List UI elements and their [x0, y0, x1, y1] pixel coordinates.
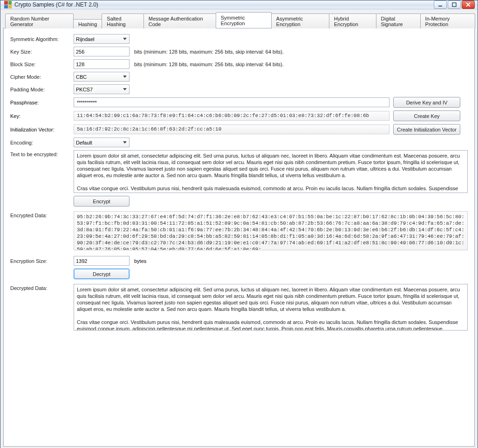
- app-window: Crypto Samples (C# for .NET 2.0) Random …: [0, 0, 478, 448]
- label-passphrase: Passphrase:: [10, 100, 74, 105]
- label-encrypted-data: Encrypted Data:: [10, 211, 74, 218]
- symmetric-algorithm-select[interactable]: [74, 34, 130, 44]
- label-encoding: Encoding:: [10, 140, 74, 145]
- passphrase-input[interactable]: [74, 97, 389, 107]
- tab-asymmetric-encryption[interactable]: Asymmetric Encryption: [271, 14, 329, 28]
- encrypt-button[interactable]: Encrypt: [74, 196, 130, 207]
- key-output: 11:64:54:b2:99:c1:6a:78:73:f8:e9:f1:64:c…: [74, 111, 389, 121]
- tab-hybrid-encryption[interactable]: Hybrid Encryption: [329, 14, 376, 28]
- window-buttons: [434, 0, 475, 9]
- maximize-icon: [452, 2, 457, 7]
- text-to-encrypt-textarea[interactable]: [74, 150, 468, 193]
- derive-key-iv-button[interactable]: Derive Key and IV: [393, 97, 460, 108]
- label-text-to-encrypt: Text to be encrypted:: [10, 150, 74, 157]
- tab-random-number-generator[interactable]: Random Number Generator: [5, 14, 74, 28]
- minimize-icon: [438, 2, 443, 7]
- label-decrypted-data: Decrypted Data:: [10, 284, 74, 291]
- label-cipher-mode: Cipher Mode:: [10, 74, 74, 80]
- svg-rect-1: [452, 3, 456, 7]
- label-iv: Initialization Vector:: [10, 127, 74, 132]
- create-key-button[interactable]: Create Key: [393, 110, 460, 121]
- tab-salted-hashing[interactable]: Salted Hashing: [102, 14, 143, 28]
- svg-rect-0: [438, 6, 442, 7]
- encryption-size-input[interactable]: [74, 256, 130, 266]
- encrypted-data-output[interactable]: [74, 211, 468, 250]
- iv-output: 5a:16:d7:92:2c:8c:2a:1c:66:8f:63:2d:2f:c…: [74, 124, 389, 134]
- tab-in-memory-protection[interactable]: In-Memory Protection: [420, 14, 475, 28]
- titlebar: Crypto Samples (C# for .NET 2.0): [0, 0, 478, 9]
- key-size-hint: bits (minimum: 128 bits, maximum: 256 bi…: [134, 49, 284, 55]
- cipher-mode-select[interactable]: [74, 72, 130, 82]
- decrypt-button[interactable]: Decrypt: [74, 269, 130, 279]
- decrypted-data-output[interactable]: [74, 284, 468, 331]
- key-size-input[interactable]: [74, 47, 130, 56]
- tab-digital-signature[interactable]: Digital Signature: [376, 14, 421, 28]
- block-size-hint: bits (minimum: 128 bits, maximum: 256 bi…: [134, 62, 284, 67]
- label-key: Key:: [10, 113, 74, 119]
- client-area: Random Number Generator Hashing Salted H…: [0, 9, 478, 448]
- close-button[interactable]: [462, 0, 475, 9]
- maximize-button[interactable]: [448, 0, 461, 9]
- label-block-size: Block Size:: [10, 62, 74, 67]
- app-icon: [4, 1, 12, 8]
- encryption-size-unit: bytes: [134, 258, 146, 264]
- encoding-select[interactable]: [74, 138, 130, 147]
- label-padding-mode: Padding Mode:: [10, 87, 74, 92]
- tab-panel-symmetric-encryption: Symmetric Algorithm: Key Size: bits (min…: [3, 28, 475, 447]
- close-icon: [466, 2, 471, 7]
- label-key-size: Key Size:: [10, 49, 74, 55]
- minimize-button[interactable]: [434, 0, 447, 9]
- window-title: Crypto Samples (C# for .NET 2.0): [14, 1, 434, 8]
- create-iv-button[interactable]: Create Initialization Vector: [393, 124, 460, 135]
- tab-strip: Random Number Generator Hashing Salted H…: [3, 12, 475, 28]
- label-symmetric-algorithm: Symmetric Algorithm:: [10, 36, 74, 42]
- padding-mode-select[interactable]: [74, 84, 130, 94]
- label-encryption-size: Encryption Size:: [10, 258, 74, 264]
- tab-mac[interactable]: Message Authentication Code: [143, 14, 216, 28]
- block-size-input[interactable]: [74, 59, 130, 69]
- tab-hashing[interactable]: Hashing: [73, 19, 102, 28]
- tab-symmetric-encryption[interactable]: Symmetric Encryption: [216, 12, 272, 28]
